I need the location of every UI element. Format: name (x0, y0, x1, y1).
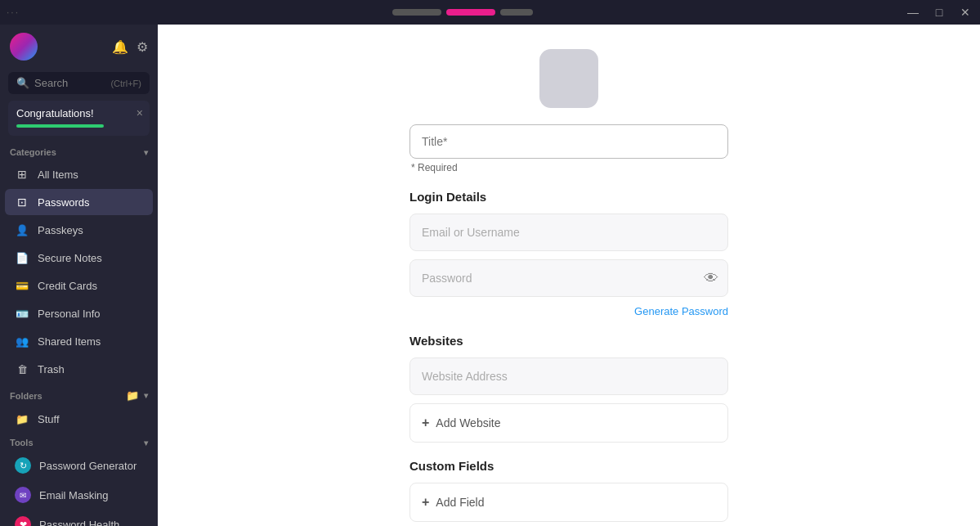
sidebar-item-secure-notes[interactable]: 📄 Secure Notes (5, 245, 153, 271)
folders-label: Folders 📁 ▾ (0, 383, 158, 405)
shared-items-icon: 👥 (15, 334, 29, 348)
minimize-button[interactable]: — (905, 4, 921, 20)
settings-icon[interactable]: ⚙ (136, 39, 148, 55)
sidebar-item-label: Email Masking (39, 489, 109, 501)
sidebar-item-label: Stuff (38, 413, 60, 425)
sidebar-item-label: Personal Info (38, 308, 101, 320)
add-field-label: Add Field (436, 496, 484, 509)
titlebar-pill-gray2 (500, 9, 533, 16)
stuff-folder-icon: 📁 (15, 411, 29, 426)
email-masking-icon: ✉ (15, 487, 31, 503)
credit-cards-icon: 💳 (15, 278, 29, 293)
titlebar: ··· — □ ✕ (0, 0, 980, 25)
folder-icons: 📁 ▾ (126, 389, 148, 402)
categories-label: Categories ▾ (0, 142, 158, 160)
custom-fields-group: Custom Fields + Add Field (409, 459, 728, 522)
add-website-plus-icon: + (422, 416, 429, 430)
congrats-progress-bar (16, 124, 104, 128)
email-username-input[interactable] (409, 214, 728, 251)
password-health-icon: ❤ (15, 516, 31, 526)
titlebar-pill-gray (392, 9, 441, 16)
website-address-row (409, 357, 728, 395)
sidebar-item-shared-items[interactable]: 👥 Shared Items (5, 328, 153, 354)
passwords-icon: ⊡ (15, 195, 29, 209)
categories-chevron: ▾ (144, 148, 148, 157)
form-container: * Required Login Details 👁 Generate Pass… (409, 124, 728, 526)
app-body: 🔔 ⚙ 🔍 Search (Ctrl+F) × Congratulations!… (0, 25, 980, 526)
password-input[interactable] (409, 259, 728, 297)
congrats-title: Congratulations! (16, 107, 141, 119)
titlebar-pill-pink (446, 9, 495, 16)
add-website-button[interactable]: + Add Website (409, 403, 728, 443)
sidebar-item-label: Password Generator (39, 460, 136, 472)
generate-password-link[interactable]: Generate Password (409, 305, 728, 317)
sidebar-item-all-items[interactable]: ⊞ All Items (5, 161, 153, 187)
sidebar-item-stuff[interactable]: 📁 Stuff (5, 406, 153, 432)
password-visibility-toggle[interactable]: 👁 (704, 270, 718, 287)
password-generator-icon: ↻ (15, 457, 31, 474)
titlebar-controls: — □ ✕ (905, 4, 973, 20)
user-header: 🔔 ⚙ (0, 25, 158, 69)
add-field-plus-icon: + (422, 495, 429, 510)
folders-chevron: ▾ (144, 391, 148, 400)
sidebar-item-label: Password Health (39, 519, 119, 527)
sidebar-item-passwords[interactable]: ⊡ Passwords (5, 189, 153, 215)
websites-group: Websites + Add Website (409, 334, 728, 443)
trash-icon: 🗑 (15, 362, 29, 376)
sidebar-item-password-health[interactable]: ❤ Password Health (5, 510, 153, 526)
sidebar-item-label: Passkeys (38, 224, 83, 236)
sidebar-item-trash[interactable]: 🗑 Trash (5, 356, 153, 382)
sidebar: 🔔 ⚙ 🔍 Search (Ctrl+F) × Congratulations!… (0, 25, 158, 526)
custom-fields-heading: Custom Fields (409, 459, 728, 473)
email-field-row (409, 214, 728, 251)
sidebar-item-label: All Items (38, 169, 78, 181)
congrats-close-button[interactable]: × (136, 107, 143, 119)
sidebar-item-label: Passwords (38, 196, 90, 209)
search-shortcut: (Ctrl+F) (110, 79, 141, 88)
sidebar-item-personal-info[interactable]: 🪪 Personal Info (5, 300, 153, 326)
password-field-row: 👁 (409, 259, 728, 297)
maximize-button[interactable]: □ (931, 4, 947, 20)
sidebar-item-password-generator[interactable]: ↻ Password Generator (5, 452, 153, 479)
search-bar[interactable]: 🔍 Search (Ctrl+F) (8, 72, 150, 94)
close-button[interactable]: ✕ (957, 4, 973, 20)
sidebar-item-label: Credit Cards (38, 280, 97, 292)
add-field-button[interactable]: + Add Field (409, 483, 728, 522)
websites-heading: Websites (409, 334, 728, 348)
bell-icon[interactable]: 🔔 (112, 39, 128, 55)
congrats-banner: × Congratulations! (8, 101, 150, 136)
required-note: * Required (409, 162, 728, 173)
sidebar-item-email-masking[interactable]: ✉ Email Masking (5, 481, 153, 509)
secure-notes-icon: 📄 (15, 250, 29, 265)
sidebar-item-label: Secure Notes (38, 252, 102, 264)
main-content: * Required Login Details 👁 Generate Pass… (158, 25, 980, 526)
search-placeholder-text: Search (34, 77, 68, 89)
tools-chevron: ▾ (144, 438, 148, 447)
title-field-wrapper (409, 124, 728, 159)
sidebar-item-label: Shared Items (38, 335, 101, 348)
item-icon-placeholder (539, 49, 598, 108)
sidebar-item-label: Trash (38, 363, 65, 375)
sidebar-item-passkeys[interactable]: 👤 Passkeys (5, 217, 153, 243)
avatar[interactable] (10, 33, 38, 61)
all-items-icon: ⊞ (15, 167, 29, 182)
tools-label: Tools ▾ (0, 433, 158, 451)
titlebar-center (392, 9, 533, 16)
login-details-group: Login Details 👁 Generate Password (409, 190, 728, 317)
folder-add-icon[interactable]: 📁 (126, 389, 139, 402)
personal-info-icon: 🪪 (15, 306, 29, 321)
title-field-group: * Required (409, 124, 728, 173)
titlebar-drag-handle: ··· (7, 7, 20, 18)
passkeys-icon: 👤 (15, 223, 29, 237)
search-icon: 🔍 (16, 77, 29, 89)
title-input[interactable] (409, 124, 728, 159)
login-details-heading: Login Details (409, 190, 728, 204)
user-icons: 🔔 ⚙ (112, 39, 148, 55)
website-address-input[interactable] (409, 357, 728, 395)
add-website-label: Add Website (436, 416, 500, 429)
sidebar-item-credit-cards[interactable]: 💳 Credit Cards (5, 272, 153, 299)
